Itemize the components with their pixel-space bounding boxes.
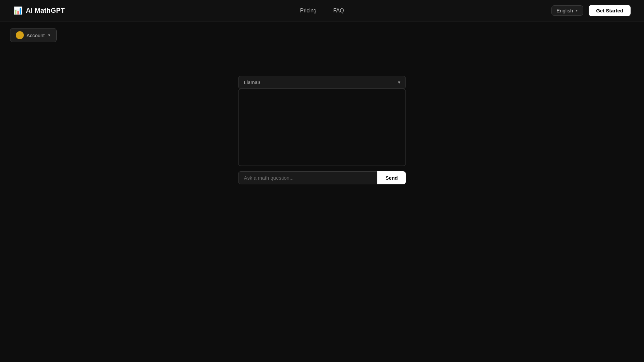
language-label: English [556, 8, 573, 13]
account-avatar [16, 31, 24, 39]
math-question-input[interactable] [238, 171, 377, 184]
pricing-nav-link[interactable]: Pricing [300, 8, 317, 14]
faq-nav-link[interactable]: FAQ [333, 8, 344, 14]
chat-display [238, 89, 406, 166]
account-chevron-icon: ▼ [47, 33, 51, 37]
main-section: Llama3 GPT-4 Claude Gemini ▼ Send [0, 49, 644, 184]
account-label: Account [26, 33, 45, 38]
logo-icon: 📊 [13, 6, 22, 15]
model-selector-container: Llama3 GPT-4 Claude Gemini ▼ [238, 76, 406, 89]
language-chevron-icon: ▼ [575, 9, 578, 12]
navbar-left: 📊 AI MathGPT [13, 6, 65, 15]
navbar-right: English ▼ Get Started [551, 5, 631, 16]
get-started-button[interactable]: Get Started [589, 5, 631, 16]
navbar: 📊 AI MathGPT Pricing FAQ English ▼ Get S… [0, 0, 644, 21]
navbar-center: Pricing FAQ [300, 8, 344, 14]
content-area: Account ▼ [0, 21, 644, 49]
account-button[interactable]: Account ▼ [10, 28, 57, 42]
language-selector[interactable]: English ▼ [551, 5, 583, 16]
send-button[interactable]: Send [377, 171, 406, 184]
model-selector[interactable]: Llama3 GPT-4 Claude Gemini [238, 76, 406, 89]
input-row: Send [238, 171, 406, 184]
logo-text: AI MathGPT [26, 7, 65, 14]
